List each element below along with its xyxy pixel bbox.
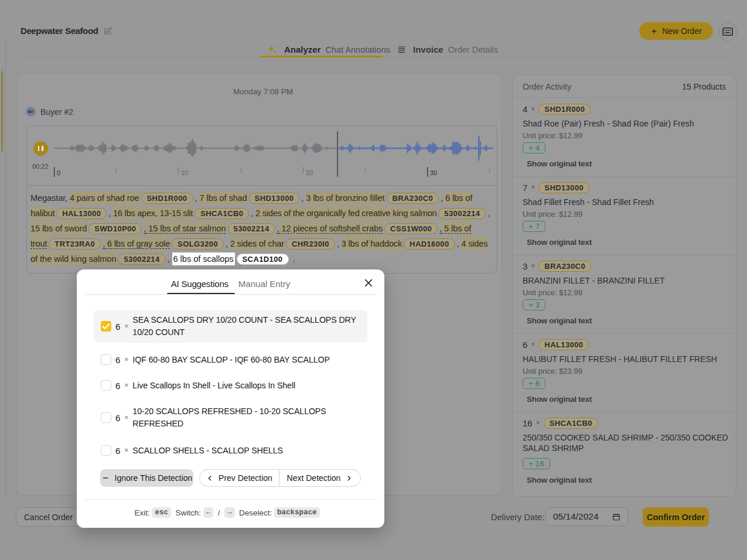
svg-text:30: 30 — [430, 169, 437, 176]
svg-text:10: 10 — [181, 169, 188, 176]
svg-text:0: 0 — [57, 169, 60, 176]
svg-text:20: 20 — [306, 169, 313, 176]
